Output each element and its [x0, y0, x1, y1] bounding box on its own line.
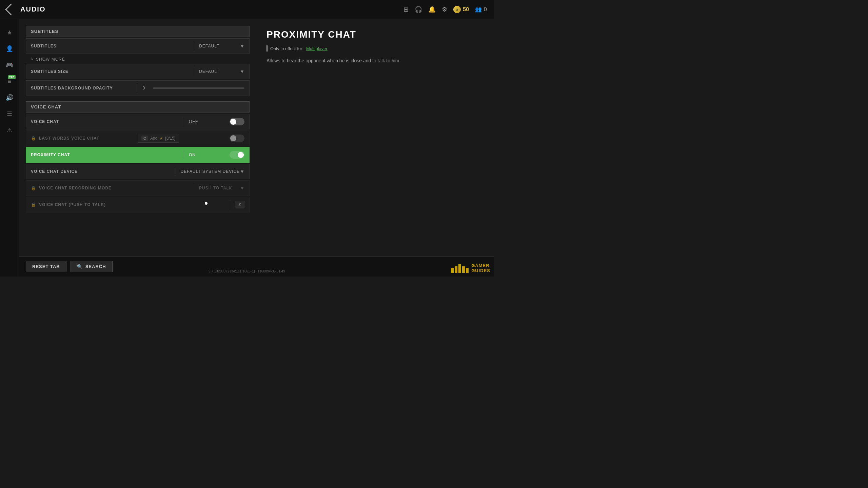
voice-chat-toggle[interactable] — [230, 118, 244, 125]
toggle-knob — [230, 119, 236, 125]
currency-icon: ▲ — [453, 6, 461, 13]
divider — [230, 200, 230, 209]
players-count: 0 — [484, 6, 487, 13]
voice-chat-toggle-wrap[interactable] — [230, 118, 244, 125]
warning-icon: ⚠ — [7, 126, 12, 134]
players-icon: 👥 — [475, 6, 482, 13]
voice-chat-row[interactable]: VOICE CHAT OFF — [26, 114, 250, 129]
gear-icon[interactable]: ⚙ — [442, 6, 447, 13]
last-words-voice-chat-row[interactable]: 🔒 LAST WORDS VOICE CHAT OFF C Add ★ [8/1… — [26, 130, 250, 146]
lock-icon: 🔒 — [31, 186, 36, 190]
voice-chat-device-row[interactable]: VOICE CHAT DEVICE DEFAULT SYSTEM DEVICE … — [26, 164, 250, 179]
list-icon: ☰ — [7, 110, 12, 118]
headphones-icon[interactable]: 🎧 — [415, 6, 422, 13]
bar-2 — [455, 266, 457, 273]
bar-1 — [451, 268, 454, 273]
voice-chat-push-to-talk-row[interactable]: 🔒 VOICE CHAT (PUSH TO TALK) Z — [26, 197, 250, 212]
bar-4 — [462, 266, 465, 273]
sidebar-item-profile[interactable]: 👤 — [3, 42, 16, 56]
divider — [184, 117, 184, 126]
sidebar-item-list[interactable]: ☰ — [3, 107, 16, 121]
slider-value: 0 — [143, 86, 150, 90]
proximity-chat-value: ON — [189, 152, 230, 157]
voice-chat-recording-row[interactable]: 🔒 VOICE CHAT RECORDING MODE PUSH TO TALK… — [26, 180, 250, 196]
back-button[interactable]: AUDIO — [7, 5, 45, 14]
push-to-talk-key: Z — [235, 201, 244, 208]
main-area: SUBTITLES SUBTITLES DEFAULT ▼ └ SHOW MOR… — [19, 19, 494, 277]
subtitles-bg-opacity-label: SUBTITLES BACKGROUND OPACITY — [31, 86, 133, 90]
divider — [176, 167, 176, 176]
dropdown-arrow-icon: ▼ — [240, 69, 244, 74]
bar-5 — [466, 268, 469, 273]
lock-icon: 🔒 — [31, 136, 36, 141]
dropdown-arrow-icon: ▼ — [240, 43, 244, 49]
info-subtitle: Only in effect for: Multiplayer — [267, 45, 484, 52]
sidebar-item-audio[interactable]: 🔊 — [3, 91, 16, 104]
toggle-knob — [230, 135, 236, 141]
search-button[interactable]: 🔍 SEARCH — [71, 261, 113, 272]
divider — [194, 42, 194, 50]
sidebar-item-tab[interactable]: ≡ TAB — [3, 75, 16, 88]
voice-chat-device-label: VOICE CHAT DEVICE — [31, 169, 171, 174]
slider-track[interactable] — [153, 87, 245, 89]
sidebar-item-controller[interactable]: 🎮 — [3, 58, 16, 72]
star-tooltip-icon: ★ — [159, 136, 163, 141]
proximity-chat-toggle-wrap[interactable] — [230, 151, 244, 159]
page-title: AUDIO — [20, 5, 45, 13]
back-arrow-icon — [5, 4, 17, 15]
slider-container[interactable]: 0 — [143, 86, 245, 90]
subtitles-bg-opacity-row[interactable]: SUBTITLES BACKGROUND OPACITY 0 — [26, 80, 250, 96]
version-text: 9.7.13200072 [34:111:1661+1] | 1168894-3… — [209, 269, 285, 273]
players-display: 👥 0 — [475, 6, 487, 13]
voice-chat-section-header: VOICE CHAT — [26, 101, 250, 113]
tooltip-count: [8/15] — [165, 136, 175, 141]
subtitle-prefix: Only in effect for: — [270, 46, 303, 51]
last-words-toggle-wrap[interactable] — [230, 135, 244, 142]
subtitles-setting-row[interactable]: SUBTITLES DEFAULT ▼ — [26, 38, 250, 54]
proximity-chat-label: PROXIMITY CHAT — [31, 152, 179, 157]
proximity-chat-row[interactable]: PROXIMITY CHAT ON — [26, 147, 250, 163]
subtitles-value: DEFAULT — [199, 44, 240, 48]
toggle-knob — [238, 152, 244, 158]
star-icon: ★ — [7, 29, 12, 36]
last-words-toggle[interactable] — [230, 135, 244, 142]
add-tooltip: C Add ★ [8/15] — [138, 134, 179, 143]
watermark-text: GAMER GUIDES — [471, 263, 490, 273]
show-more-label: SHOW MORE — [36, 57, 65, 62]
lock-icon: 🔒 — [31, 202, 36, 207]
watermark-bars — [451, 264, 469, 273]
profile-icon: 👤 — [6, 45, 13, 53]
multiplayer-link[interactable]: Multiplayer — [306, 46, 328, 51]
audio-icon: 🔊 — [6, 94, 13, 101]
currency-display: ▲ 50 — [453, 6, 469, 13]
info-panel: PROXIMITY CHAT Only in effect for: Multi… — [256, 19, 494, 277]
bottom-bar: RESET TAB 🔍 SEARCH — [19, 256, 494, 277]
search-icon: 🔍 — [77, 264, 83, 269]
reset-tab-button[interactable]: RESET TAB — [26, 261, 66, 272]
voice-chat-value: OFF — [189, 119, 230, 124]
grid-icon[interactable]: ⊞ — [403, 6, 409, 13]
watermark: GAMER GUIDES — [451, 263, 490, 273]
show-more-row[interactable]: └ SHOW MORE — [26, 55, 250, 64]
settings-panel: SUBTITLES SUBTITLES DEFAULT ▼ └ SHOW MOR… — [19, 19, 256, 277]
sidebar-item-warning[interactable]: ⚠ — [3, 123, 16, 137]
bell-icon[interactable]: 🔔 — [428, 6, 436, 13]
divider — [194, 67, 194, 76]
divider — [184, 150, 184, 159]
sidebar-item-favorites[interactable]: ★ — [3, 26, 16, 39]
subtitles-size-row[interactable]: SUBTITLES SIZE DEFAULT ▼ — [26, 64, 250, 79]
subtitles-section-header: SUBTITLES — [26, 26, 250, 37]
subtitles-size-value: DEFAULT — [199, 69, 240, 74]
subtitles-size-label: SUBTITLES SIZE — [31, 69, 189, 74]
info-title: PROXIMITY CHAT — [267, 29, 484, 40]
voice-chat-recording-label: 🔒 VOICE CHAT RECORDING MODE — [31, 186, 189, 190]
voice-chat-device-value: DEFAULT SYSTEM DEVICE — [181, 169, 240, 174]
subtitles-label: SUBTITLES — [31, 44, 189, 48]
sidebar: ★ 👤 🎮 ≡ TAB 🔊 ☰ ⚠ — [0, 19, 19, 277]
currency-amount: 50 — [463, 6, 469, 13]
bar-3 — [458, 264, 461, 273]
show-more-arrow-icon: └ — [31, 58, 33, 61]
proximity-chat-toggle[interactable] — [230, 151, 244, 159]
subtitle-bar — [267, 45, 268, 52]
push-to-talk-label: 🔒 VOICE CHAT (PUSH TO TALK) — [31, 202, 225, 207]
